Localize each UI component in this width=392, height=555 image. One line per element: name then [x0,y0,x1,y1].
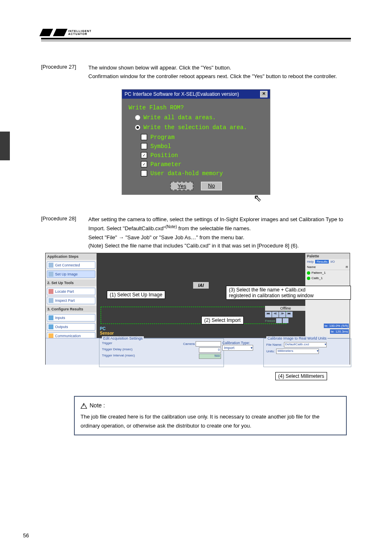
checkbox-position-label: Position [150,152,178,159]
locate-icon [48,289,53,294]
page-number: 56 [23,532,29,539]
status-time: te: 120.3ms [330,329,349,334]
checkbox-program[interactable] [141,134,147,140]
radio-write-all[interactable] [135,115,140,120]
brand-line1: INTELLIGENT [68,30,92,32]
flash-rom-dialog: PC Interface Software for X-SEL(Evaluati… [122,89,270,195]
palette-title: Palette [305,253,350,259]
callout-2: (2) Select Import [201,316,244,324]
nav-last-icon[interactable]: ⏭ [286,312,293,317]
checkbox-userdata[interactable] [141,170,147,176]
trigger-delay-input[interactable]: 0 [199,347,221,353]
palette-calib: Calib_1 [311,276,323,280]
proc27-line1: The window shown below will appear. Clic… [88,64,351,72]
palette-pattern: Pattern_1 [311,271,326,275]
brand-line2: ACTUATOR [68,32,92,35]
radio-write-selection-label: Write the selection data area. [143,124,247,131]
warning-icon: ! [81,403,87,409]
close-icon[interactable]: ✕ [260,91,267,97]
palette-tab-io[interactable]: I/O [330,260,335,264]
header-logo: INTELLIGENT ACTUATOR [41,29,351,36]
edit-acq-title: Edit Acquisition Settings [102,336,144,340]
connect-icon [48,263,53,268]
camera-select[interactable] [196,341,221,347]
calib-image-title: Calibrate Image to Real World Units [266,336,327,340]
sidebar-label: Communication [55,334,81,338]
status-rate: te: 100.0% (5/5) [324,324,349,328]
page-tab [0,132,10,160]
palette-col-name: Name [307,265,316,269]
units-label: Units: [266,349,274,353]
palette-col-r: R [346,265,348,269]
header-rule-thin [41,41,351,41]
checkbox-position[interactable]: ✓ [141,152,147,158]
radio-write-selection[interactable] [135,125,140,130]
chevron-down-icon: ▾ [251,346,253,350]
camera-label: Camera [183,342,195,346]
dialog-question: Write Flash ROM? [129,104,263,111]
note-body: The job file created here is for the cal… [81,412,340,430]
palette-tab-help[interactable]: Help [307,260,314,264]
radio-write-all-label: Write all data areas. [143,114,216,121]
checkbox-parameter[interactable]: ✓ [141,161,147,167]
sidebar-item-locate-part[interactable]: Locate Part [47,288,95,295]
sidebar-item-outputs[interactable]: Outputs [47,323,95,331]
checkbox-symbol-label: Symbol [150,143,171,150]
sidebar-section-3: 3. Configure Results [46,306,97,312]
units-value: Millimeters [277,349,293,354]
sidebar-label: Locate Part [55,289,74,294]
sidebar-item-get-connected[interactable]: Get Connected [47,261,95,269]
logo-mark-icon [39,29,67,36]
filename-select[interactable]: DefaultCalib.cxd▾ [284,342,327,347]
note-box: ! Note : The job file created here is fo… [74,396,347,435]
palette-tab-results[interactable]: Results [315,260,329,264]
checkbox-parameter-label: Parameter [150,161,182,168]
insight-explorer-screenshot: Application Steps Get Connected Set Up I… [45,253,349,384]
arrow-down-icon: ⇖ [164,193,351,203]
filename-value: DefaultCalib.cxd [285,342,309,347]
trigger-interval-input[interactable]: 500 [199,354,221,359]
sidebar-item-inputs[interactable]: Inputs [47,314,95,321]
sidebar-label: Outputs [55,325,68,329]
sidebar-section-2: 2. Set Up Tools [46,280,97,286]
sidebar-label: Inputs [55,316,65,320]
freeze-icon2[interactable] [283,318,288,323]
proc28-line1: After setting the camera to offline, sel… [88,215,351,234]
procedure28-label: [Procedure 28] [41,215,88,222]
nav-prev-icon[interactable]: ≪ [272,312,279,317]
sidebar-title: Application Steps [46,253,97,260]
sidebar-label: Inspect Part [55,298,75,303]
sidebar-item-inspect-part[interactable]: Inspect Part [47,297,95,304]
header-rule-thick [41,38,351,39]
status-offline: Offline [265,306,306,311]
inputs-icon [48,315,53,320]
image-icon [48,272,53,277]
proc28-line2: Select "File" → "Save Job" or "Save Job … [88,234,351,242]
trigger-label: Trigger [102,341,112,347]
freeze-icon[interactable] [276,318,282,323]
sidebar-item-setup-image[interactable]: Set Up Image [47,271,95,278]
yes-button[interactable]: Yes [170,182,194,190]
callout-3: (3) Select the file name + Calib.cxd reg… [226,286,351,300]
pc-label: PC [100,326,114,331]
chevron-down-icon: ▾ [317,349,318,354]
nav-next-icon[interactable]: ≫ [279,312,286,317]
canvas-watermark: IAI [193,282,209,289]
procedure27-label: [Procedure 27] [41,64,88,70]
units-select[interactable]: Millimeters▾ [276,349,319,354]
dialog-title: PC Interface Software for X-SEL(Evaluati… [125,91,239,97]
checkbox-symbol[interactable] [141,143,147,149]
status-ok-icon [307,277,310,280]
no-button[interactable]: No [201,182,222,190]
nav-first-icon[interactable]: ⏮ [265,312,272,317]
sensor-label: Sensor [100,331,114,335]
note-title: Note : [90,401,105,411]
inspect-icon [48,298,53,303]
calibration-type-label: Calibration Type: [222,341,253,345]
filename-label: File Name: [266,343,282,347]
chevron-down-icon: ▾ [325,342,326,347]
freeze-label: Freeze [265,319,275,323]
calibration-type-select[interactable]: Import▾ [222,345,253,351]
import-value: Import [224,346,235,350]
proc28-line3: (Note) Select the file name that include… [88,242,351,250]
